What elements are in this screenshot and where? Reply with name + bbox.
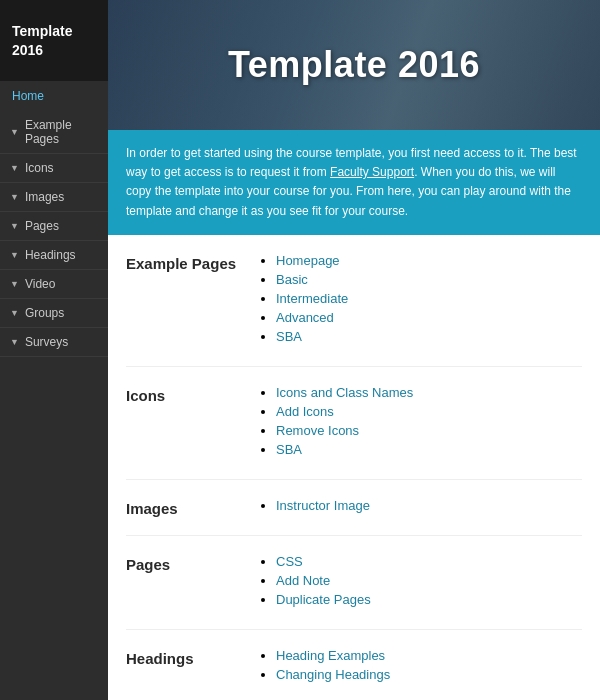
chevron-icon: ▼ [10, 250, 19, 260]
link-add-icons[interactable]: Add Icons [276, 404, 334, 419]
hero-banner: Template 2016 [108, 0, 600, 130]
sidebar-item-label: Example Pages [25, 118, 98, 146]
list-item: Basic [276, 272, 582, 287]
link-heading-examples[interactable]: Heading Examples [276, 648, 385, 663]
sidebar-item-groups[interactable]: ▼Groups [0, 299, 108, 328]
link-css[interactable]: CSS [276, 554, 303, 569]
link-intermediate[interactable]: Intermediate [276, 291, 348, 306]
chevron-icon: ▼ [10, 308, 19, 318]
link-sba[interactable]: SBA [276, 442, 302, 457]
section-links-images: Instructor Image [256, 498, 582, 517]
list-item: Heading Examples [276, 648, 582, 663]
link-sba[interactable]: SBA [276, 329, 302, 344]
section-label-example-pages: Example Pages [126, 253, 256, 272]
sidebar-item-label: Images [25, 190, 64, 204]
chevron-icon: ▼ [10, 192, 19, 202]
list-item: CSS [276, 554, 582, 569]
sidebar-item-example-pages[interactable]: ▼Example Pages [0, 111, 108, 154]
list-item: SBA [276, 329, 582, 344]
sidebar-item-pages[interactable]: ▼Pages [0, 212, 108, 241]
section-links-pages: CSSAdd NoteDuplicate Pages [256, 554, 582, 611]
link-instructor-image[interactable]: Instructor Image [276, 498, 370, 513]
section-icons: IconsIcons and Class NamesAdd IconsRemov… [126, 367, 582, 480]
list-item: Changing Headings [276, 667, 582, 682]
list-item: Remove Icons [276, 423, 582, 438]
section-example-pages: Example PagesHomepageBasicIntermediateAd… [126, 235, 582, 367]
sidebar-item-label: Headings [25, 248, 76, 262]
list-item: SBA [276, 442, 582, 457]
link-advanced[interactable]: Advanced [276, 310, 334, 325]
main-content: Template 2016 In order to get started us… [108, 0, 600, 700]
section-links-example-pages: HomepageBasicIntermediateAdvancedSBA [256, 253, 582, 348]
section-links-icons: Icons and Class NamesAdd IconsRemove Ico… [256, 385, 582, 461]
hero-title: Template 2016 [228, 44, 480, 86]
link-icons-and-class-names[interactable]: Icons and Class Names [276, 385, 413, 400]
sidebar-item-label: Groups [25, 306, 64, 320]
sidebar: Template 2016 Home ▼Example Pages▼Icons▼… [0, 0, 108, 700]
section-pages: PagesCSSAdd NoteDuplicate Pages [126, 536, 582, 630]
link-basic[interactable]: Basic [276, 272, 308, 287]
link-changing-headings[interactable]: Changing Headings [276, 667, 390, 682]
sidebar-home-link[interactable]: Home [0, 81, 108, 111]
chevron-icon: ▼ [10, 127, 19, 137]
section-label-images: Images [126, 498, 256, 517]
sidebar-item-icons[interactable]: ▼Icons [0, 154, 108, 183]
faculty-support-link[interactable]: Faculty Support [330, 165, 414, 179]
list-item: Intermediate [276, 291, 582, 306]
link-homepage[interactable]: Homepage [276, 253, 340, 268]
sidebar-item-video[interactable]: ▼Video [0, 270, 108, 299]
link-add-note[interactable]: Add Note [276, 573, 330, 588]
list-item: Add Icons [276, 404, 582, 419]
list-item: Instructor Image [276, 498, 582, 513]
sections-container: Example PagesHomepageBasicIntermediateAd… [108, 235, 600, 700]
sidebar-item-label: Pages [25, 219, 59, 233]
section-label-icons: Icons [126, 385, 256, 404]
list-item: Icons and Class Names [276, 385, 582, 400]
list-item: Homepage [276, 253, 582, 268]
list-item: Duplicate Pages [276, 592, 582, 607]
sidebar-item-headings[interactable]: ▼Headings [0, 241, 108, 270]
section-images: ImagesInstructor Image [126, 480, 582, 536]
sidebar-item-label: Surveys [25, 335, 68, 349]
sidebar-item-label: Icons [25, 161, 54, 175]
chevron-icon: ▼ [10, 163, 19, 173]
sidebar-item-label: Video [25, 277, 55, 291]
section-headings: HeadingsHeading ExamplesChanging Heading… [126, 630, 582, 700]
list-item: Add Note [276, 573, 582, 588]
chevron-icon: ▼ [10, 221, 19, 231]
chevron-icon: ▼ [10, 279, 19, 289]
info-banner: In order to get started using the course… [108, 130, 600, 235]
chevron-icon: ▼ [10, 337, 19, 347]
link-remove-icons[interactable]: Remove Icons [276, 423, 359, 438]
sidebar-logo: Template 2016 [0, 0, 108, 81]
sidebar-nav: ▼Example Pages▼Icons▼Images▼Pages▼Headin… [0, 111, 108, 357]
link-duplicate-pages[interactable]: Duplicate Pages [276, 592, 371, 607]
section-label-pages: Pages [126, 554, 256, 573]
section-links-headings: Heading ExamplesChanging Headings [256, 648, 582, 686]
section-label-headings: Headings [126, 648, 256, 667]
sidebar-item-images[interactable]: ▼Images [0, 183, 108, 212]
sidebar-item-surveys[interactable]: ▼Surveys [0, 328, 108, 357]
list-item: Advanced [276, 310, 582, 325]
